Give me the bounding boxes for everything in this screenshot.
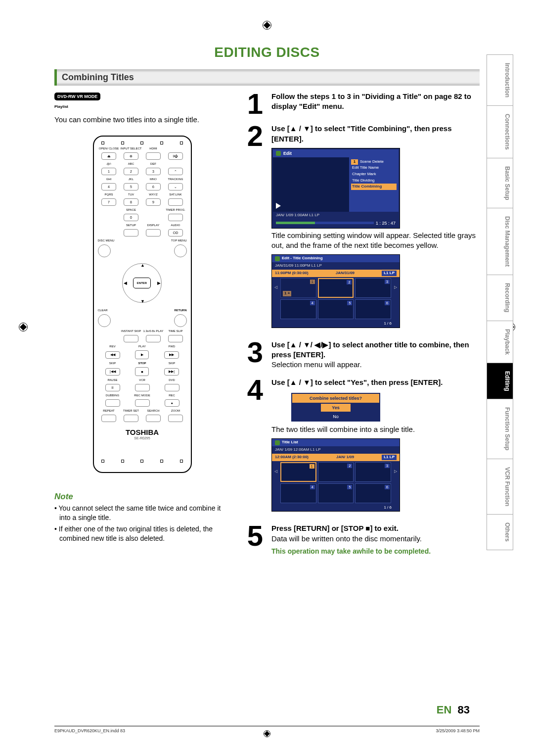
side-tabs: Introduction Connections Basic Setup Dis… (487, 54, 513, 550)
timer-set-button[interactable] (124, 415, 138, 422)
step-3-desc: Selection menu will appear. (271, 360, 480, 370)
pause-button[interactable]: II (105, 384, 120, 391)
clear-button[interactable] (98, 314, 111, 327)
page-footer: EN 83 (437, 704, 470, 716)
key-9[interactable]: 9 (146, 198, 161, 206)
key-1[interactable]: 1 (101, 168, 116, 175)
key-5[interactable]: 5 (124, 183, 138, 190)
edit-screen: Edit 1Scene Delete Edit Title Name Chapt… (271, 148, 400, 229)
fwd-button[interactable]: ▶▶ (164, 351, 179, 359)
tab-introduction[interactable]: Introduction (487, 54, 513, 105)
title-combining-screen: Edit - Title Combining JAN/31/09 11:00PM… (271, 254, 400, 328)
key-4[interactable]: 4 (101, 183, 116, 190)
hdmi-button[interactable] (146, 152, 161, 160)
note-item: If either one of the two original titles… (54, 524, 230, 543)
step-2: 2 Use [▲ / ▼] to select "Title Combining… (245, 124, 480, 331)
tab-recording[interactable]: Recording (487, 275, 513, 320)
top-menu-button[interactable] (174, 244, 187, 257)
step-5: 5 Press [RETURN] or [STOP ■] to exit. Da… (245, 523, 480, 556)
enter-button[interactable]: ENTER (133, 278, 151, 288)
step-number: 4 (245, 378, 266, 516)
step-3: 3 Use [▲ / ▼/ ◀/▶] to select another tit… (245, 340, 480, 370)
tab-editing[interactable]: Editing (487, 363, 513, 399)
timer-prog-button[interactable] (168, 214, 183, 221)
tab-function-setup[interactable]: Function Setup (487, 399, 513, 458)
instant-skip-button[interactable] (124, 335, 138, 342)
skip-back-button[interactable]: |◀◀ (105, 368, 120, 376)
step-number: 3 (245, 340, 266, 370)
key-7[interactable]: 7 (101, 198, 116, 206)
stop-button[interactable]: ■ (135, 367, 149, 376)
tab-connections[interactable]: Connections (487, 105, 513, 158)
play-icon (276, 203, 281, 209)
time-slip-button[interactable] (168, 335, 183, 342)
display-button[interactable] (146, 229, 161, 236)
step-5-green: This operation may take awhile to be com… (271, 547, 480, 556)
ch-down-button[interactable]: ⌄ (168, 183, 183, 190)
key-8[interactable]: 8 (124, 198, 138, 206)
section-heading: Combining Titles (54, 69, 480, 86)
screen-icon (276, 151, 281, 156)
vcr-button[interactable] (135, 384, 150, 391)
return-button[interactable] (174, 314, 187, 327)
note-item: You cannot select the same title twice a… (54, 504, 230, 522)
step-2-desc: Title combining setting window will appe… (271, 231, 480, 251)
footer-right: 3/25/2009 3:48:50 PM (436, 728, 480, 733)
dpad[interactable]: ▲ ▼ ◀ ▶ ENTER (119, 260, 166, 307)
rec-button[interactable]: ● (165, 399, 179, 407)
dvd-badge-block: DVD-RW VR MODE Playlist (54, 92, 230, 109)
step-1: 1 Follow the steps 1 to 3 in "Dividing a… (245, 92, 480, 116)
title-list-screen: Title List JAN/ 1/09 12:00AM L1 LP 12:00… (271, 438, 400, 512)
skip-fwd-button[interactable]: ▶▶| (164, 368, 179, 376)
remote-control: OPEN/ CLOSEINPUT SELECTHDMI ⏏⊕I/⏻ .@/:AB… (93, 136, 192, 473)
play-speed-button[interactable] (146, 335, 161, 342)
down-arrow-icon[interactable]: ▼ (140, 299, 145, 304)
dvd-rw-icon: DVD-RW VR MODE (54, 93, 100, 100)
step-4-title: Use [▲ / ▼] to select "Yes", then press … (271, 378, 480, 387)
rec-mode-button[interactable] (135, 399, 150, 407)
search-button[interactable] (146, 415, 161, 422)
input-select-button[interactable]: ⊕ (124, 152, 138, 160)
note-block: Note You cannot select the same title tw… (54, 492, 230, 543)
rev-button[interactable]: ◀◀ (105, 351, 120, 359)
left-arrow-icon[interactable]: ◀ (124, 281, 127, 285)
tab-basic-setup[interactable]: Basic Setup (487, 158, 513, 208)
step-4-desc: The two titles will combine into a singl… (271, 425, 480, 434)
zoom-button[interactable] (168, 415, 183, 422)
crop-mark-bottom (264, 730, 270, 737)
step-2-title: Use [▲ / ▼] to select "Title Combining",… (271, 124, 480, 144)
right-column: 1 Follow the steps 1 to 3 in "Dividing a… (245, 92, 480, 564)
satlink-button[interactable] (168, 198, 183, 206)
edit-menu: 1Scene Delete Edit Title Name Chapter Ma… (349, 157, 399, 212)
audio-button[interactable]: OD (168, 229, 183, 236)
footer-left: E9PKAUD_DVR620KU_EN.indd 83 (54, 728, 125, 733)
step-1-text: Follow the steps 1 to 3 in "Dividing a T… (271, 92, 471, 110)
tab-vcr-function[interactable]: VCR Function (487, 459, 513, 514)
play-button[interactable]: ▶ (135, 350, 149, 359)
step-number: 2 (245, 124, 266, 331)
ch-up-button[interactable]: ⌃ (168, 168, 183, 175)
repeat-button[interactable] (101, 415, 116, 422)
right-arrow-icon[interactable]: ▶ (157, 281, 161, 285)
disc-menu-button[interactable] (98, 244, 111, 257)
key-2[interactable]: 2 (124, 168, 138, 175)
tab-disc-management[interactable]: Disc Management (487, 208, 513, 275)
tab-playback[interactable]: Playback (487, 321, 513, 363)
key-3[interactable]: 3 (146, 168, 161, 175)
dvd-button[interactable] (165, 384, 179, 391)
dialog-no: No (292, 413, 379, 421)
up-arrow-icon[interactable]: ▲ (140, 263, 145, 268)
step-5-desc: Data will be written onto the disc momen… (271, 534, 480, 544)
open-close-button[interactable]: ⏏ (101, 152, 116, 160)
setup-button[interactable] (124, 229, 138, 236)
key-6[interactable]: 6 (146, 183, 161, 190)
confirm-dialog: Combine selected titles? Yes No (291, 393, 380, 422)
left-column: DVD-RW VR MODE Playlist You can combine … (54, 92, 230, 564)
dubbing-button[interactable] (105, 399, 120, 407)
key-0[interactable]: 0 (124, 214, 138, 221)
playlist-label: Playlist (54, 104, 68, 109)
tab-others[interactable]: Others (487, 514, 513, 550)
intro-text: You can combine two titles into a single… (54, 114, 230, 125)
note-heading: Note (54, 492, 230, 502)
power-button[interactable]: I/⏻ (168, 152, 183, 160)
